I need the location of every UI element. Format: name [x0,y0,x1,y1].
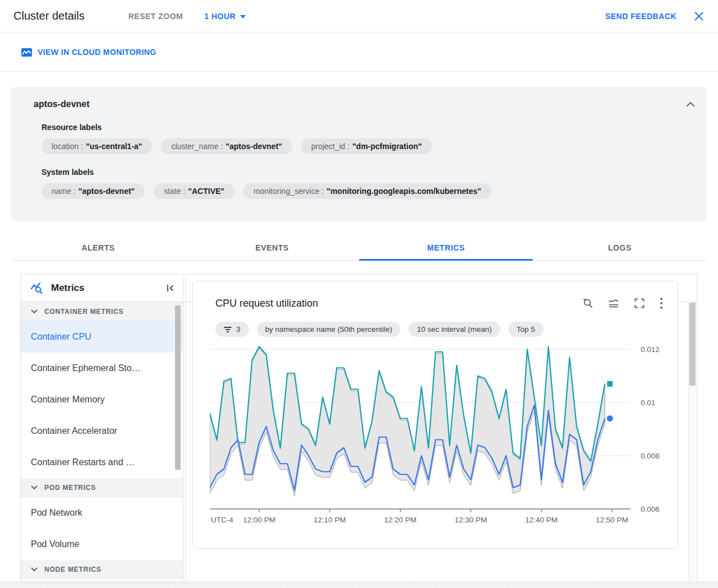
main-scrollbar-thumb[interactable] [689,303,696,386]
sidebar-title: Metrics [51,283,85,294]
svg-text:12:50 PM: 12:50 PM [596,516,628,524]
label-chip[interactable]: project_id :"dm-pcfmigration" [301,138,432,154]
tab-metrics[interactable]: METRICS [359,235,533,260]
svg-text:0.006: 0.006 [641,505,660,513]
label-chip[interactable]: state :"ACTIVE" [154,183,234,199]
fullscreen-icon [634,298,645,309]
section-header-container-metrics[interactable]: CONTAINER METRICS [21,302,183,321]
metrics-main-panel: Container CPU CPU request utilization [185,274,697,582]
label-chip[interactable]: name :"aptos-devnet" [42,183,145,199]
sidebar-item-container-memory[interactable]: Container Memory [21,384,183,415]
section-label: CONTAINER METRICS [44,308,123,316]
svg-text:12:30 PM: 12:30 PM [454,516,487,524]
chart-chip-0[interactable]: by namespace name (50th percentile) [257,322,401,337]
label-chip[interactable]: cluster_name :"aptos-devnet" [161,138,292,154]
system-labels-row: name :"aptos-devnet"state :"ACTIVE"monit… [42,183,707,199]
chevron-down-icon [31,567,38,572]
main-scrollbar-track[interactable] [688,303,696,582]
section-header-pod-metrics[interactable]: POD METRICS [21,478,183,497]
time-range-label: 1 HOUR [204,12,236,21]
tab-bar: ALERTSEVENTSMETRICSLOGS [11,235,707,261]
more-options-button[interactable] [660,297,663,309]
chevron-down-icon [31,309,38,314]
tab-logs[interactable]: LOGS [533,235,707,260]
svg-text:UTC-4: UTC-4 [211,516,233,524]
time-range-dropdown[interactable]: 1 HOUR [204,12,246,21]
sidebar-item-container-restarts-and[interactable]: Container Restarts and … [21,447,183,478]
view-in-cloud-monitoring-link[interactable]: VIEW IN CLOUD MONITORING [21,48,157,57]
svg-text:12:40 PM: 12:40 PM [525,516,558,524]
top-bar: Cluster details RESET ZOOM 1 HOUR SEND F… [0,0,718,33]
metrics-sidebar: Metrics CONTAINER METRICSContainer CPUCo… [20,274,183,582]
label-value: "ACTIVE" [188,187,224,196]
reset-zoom-button[interactable]: RESET ZOOM [128,12,183,21]
send-feedback-button[interactable]: SEND FEEDBACK [605,12,676,21]
zoom-reset-button[interactable] [581,297,593,309]
sidebar-item-container-cpu[interactable]: Container CPU [21,321,183,353]
chart-actions [581,297,663,309]
label-value: "monitoring.googleapis.com/kubernetes" [326,187,481,196]
filter-icon [224,326,232,333]
fullscreen-button[interactable] [634,298,645,309]
section-header-node-metrics[interactable]: NODE METRICS [21,560,183,579]
sidebar-item-pod-network[interactable]: Pod Network [21,497,183,529]
metrics-sidebar-header: Metrics [21,274,183,302]
chevron-down-icon [31,485,38,490]
section-label: NODE METRICS [44,566,102,573]
svg-text:12:10 PM: 12:10 PM [314,516,346,524]
monitoring-link-bar: VIEW IN CLOUD MONITORING [0,33,718,72]
area-chart-icon [608,298,619,309]
chart-chip-1[interactable]: 10 sec interval (mean) [408,322,500,337]
chevron-down-icon [240,15,246,18]
zoom-reset-icon [581,297,593,309]
svg-text:0.01: 0.01 [641,399,655,407]
tab-alerts[interactable]: ALERTS [11,235,185,260]
chart-title: CPU request utilization [215,298,318,309]
page-title: Cluster details [13,10,85,22]
collapse-panel-icon [166,284,175,293]
section-label: POD METRICS [44,484,96,492]
tab-events[interactable]: EVENTS [185,235,359,260]
bottom-edge [0,581,718,588]
close-icon [693,11,705,22]
sidebar-item-container-accelerator[interactable]: Container Accelerator [21,415,183,447]
close-button[interactable] [693,11,705,22]
metrics-list: CONTAINER METRICSContainer CPUContainer … [21,302,183,579]
chart-style-button[interactable] [608,298,619,309]
label-value: "us-central1-a" [86,142,142,151]
chart-filter-chips: 3by namespace name (50th percentile)10 s… [215,322,678,337]
label-key: name : [52,187,76,196]
svg-text:12:20 PM: 12:20 PM [384,516,417,524]
label-value: "dm-pcfmigration" [352,142,422,151]
label-key: monitoring_service : [254,187,324,196]
label-chip[interactable]: location :"us-central1-a" [42,138,152,154]
system-labels-heading: System labels [42,168,707,177]
chevron-up-icon [685,101,696,108]
cpu-utilization-chart[interactable]: UTC-412:00 PM12:10 PM12:20 PM12:30 PM12:… [210,345,678,533]
filter-count: 3 [236,325,241,334]
collapse-sidebar-button[interactable] [166,284,175,293]
resource-labels-heading: Resource labels [42,123,707,132]
label-key: state : [164,187,185,196]
chart-chip-2[interactable]: Top 5 [508,322,544,337]
sidebar-item-pod-volume[interactable]: Pod Volume [21,529,183,560]
sidebar-item-container-ephemeral-sto[interactable]: Container Ephemeral Sto… [21,353,183,384]
resource-labels-row: location :"us-central1-a"cluster_name :"… [42,138,707,154]
monitoring-chart-icon [21,48,32,57]
label-key: cluster_name : [171,142,223,151]
svg-text:0.012: 0.012 [641,345,660,354]
monitoring-link-label: VIEW IN CLOUD MONITORING [38,48,157,57]
label-key: project_id : [311,142,349,151]
collapse-card-button[interactable] [685,101,696,108]
label-value: "aptos-devnet" [79,187,135,196]
cluster-name: aptos-devnet [34,99,90,109]
svg-text:12:00 PM: 12:00 PM [243,516,275,524]
sidebar-scrollbar[interactable] [175,305,181,470]
svg-text:0.008: 0.008 [641,452,660,460]
more-vert-icon [660,297,663,309]
label-key: location : [52,142,83,151]
label-chip[interactable]: monitoring_service :"monitoring.googleap… [243,183,491,199]
filter-chip[interactable]: 3 [215,322,249,337]
cluster-summary-card: aptos-devnet Resource labels location :"… [11,87,707,221]
metrics-icon [30,281,44,295]
